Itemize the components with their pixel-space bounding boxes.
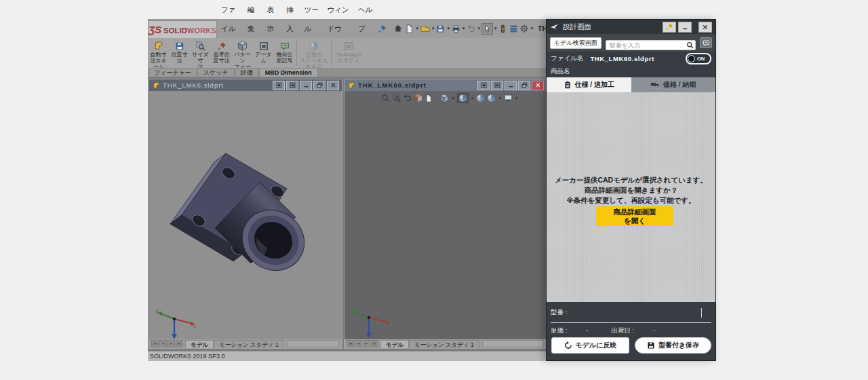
doc1-restore-icon[interactable] [313,81,326,90]
open-icon[interactable] [420,23,431,34]
ship-date-label: 出荷日 : [611,326,634,335]
view-settings-icon[interactable] [504,94,513,102]
geometric-tolerance-button[interactable]: 幾何公 差記号 [274,39,295,64]
nav-prev-icon[interactable]: ◂ [355,340,362,347]
annotation-view-icon[interactable] [425,94,433,102]
nav-first-icon[interactable]: |◂ [151,340,159,347]
doc1-frame-icon[interactable] [273,81,285,90]
part-number-input[interactable] [606,40,696,50]
open-dropdown-icon[interactable]: ▾ [432,26,435,31]
scene-dropdown-icon[interactable]: ▾ [498,96,501,101]
reflect-to-model-button[interactable]: モデルに反映 [551,337,629,354]
save-icon[interactable] [435,24,446,34]
comment-bubble-button[interactable] [700,37,712,48]
task-list-icon[interactable] [509,24,519,34]
doc1-viewport[interactable]: x y [149,91,342,339]
doc2-frame2-icon[interactable] [491,81,503,90]
display-style-icon[interactable] [457,93,469,103]
tab-mbd-dimension[interactable]: MBD Dimension [259,68,318,77]
display-style-dropdown-icon[interactable]: ▾ [471,96,474,101]
select-pointer-icon[interactable] [481,23,493,35]
size-dimension-button[interactable]: サイズ寸 法 [190,39,211,71]
select-dropdown-icon[interactable]: ▾ [494,26,497,31]
doc1-frame2-icon[interactable] [286,81,298,90]
rebuild-traffic-light-icon[interactable] [498,24,508,34]
panel-bottom-section: 型番 : 単価 : - 出荷日 : - モデルに反映 型番付き保存 [547,302,715,360]
doc2-frame-icon[interactable] [477,81,490,90]
view-settings-dropdown-icon[interactable]: ▾ [515,96,518,101]
cad-model-flanged-bushing[interactable] [172,151,307,276]
doc1-title-bar[interactable]: THK_LMK6.sldprt [149,79,342,91]
doc2-motion-study-tab[interactable]: モーション スタディ 1 [409,340,479,348]
nav-first-icon[interactable]: |◂ [347,340,354,347]
model-search-screen-button[interactable]: モデル検索画面 [550,37,601,49]
nav-prev-icon[interactable]: ◂ [159,340,167,347]
doc2-close-icon[interactable] [532,81,544,90]
new-dropdown-icon[interactable]: ▾ [416,26,418,31]
part-icon [347,81,355,90]
datum-icon [259,40,269,52]
options-dropdown-icon[interactable]: ▾ [530,26,533,31]
open-product-detail-button[interactable]: 商品詳細画面 を開く [596,206,673,226]
model-number-field[interactable]: 型番 : [551,306,711,323]
previous-view-icon[interactable] [403,94,412,102]
panel-title-bar[interactable]: 設計画面 [547,20,715,34]
save-button-label: 型番付き保存 [658,341,699,350]
pattern-feature-icon [237,40,248,52]
print-icon[interactable] [451,24,461,34]
tab-price-delivery[interactable]: 価格 / 納期 [631,77,716,92]
nav-last-icon[interactable]: ▸| [176,340,183,347]
doc2-minimize-icon[interactable] [505,81,517,90]
nav-next-icon[interactable]: ▸ [167,340,175,347]
zoom-area-icon[interactable] [392,94,401,102]
nav-last-icon[interactable]: ▸| [371,340,378,347]
reflect-button-label: モデルに反映 [576,341,617,350]
zoom-fit-icon[interactable] [381,94,390,102]
undo-dropdown-icon[interactable]: ▾ [477,26,480,31]
panel-minimize-button[interactable] [678,22,692,33]
location-dimension-button[interactable]: 位置寸 法 [169,39,190,64]
model-number-label: 型番 : [551,308,567,317]
doc1-motion-study-tab[interactable]: モーション スタディ 1 [214,340,284,348]
options-gear-icon[interactable] [519,24,529,33]
tab-features[interactable]: フィーチャー [148,68,197,77]
doc1-minimize-icon[interactable] [300,81,312,90]
panel-search-row: モデル検索画面 [547,34,715,52]
tab-evaluate[interactable]: 評価 [235,68,259,77]
home-icon[interactable] [393,23,403,34]
print-dropdown-icon[interactable]: ▾ [462,26,465,31]
doc1-close-icon[interactable] [327,81,339,90]
heads-up-view-toolbar: · ▾ ▾ ▾ ▾ [381,93,518,103]
datum-button[interactable]: データム [253,39,274,64]
auto-dimension-scheme-button[interactable]: 自動寸 法スキーム [148,39,169,71]
view-orientation-dropdown-icon[interactable]: ▾ [452,96,454,101]
ribbon-separator [331,40,332,66]
doc2-viewport[interactable]: · ▾ ▾ ▾ ▾ x y [344,91,547,339]
menu-pin-icon[interactable] [377,24,387,34]
doc2-model-tab[interactable]: モデル [380,340,409,348]
panel-pin-button[interactable] [663,22,676,33]
appearance-icon[interactable] [476,94,485,102]
save-with-part-number-button[interactable]: 型番付き保存 [635,337,711,354]
section-view-icon[interactable] [414,94,422,102]
panel-app-icon [550,22,559,31]
doc2-restore-icon[interactable] [518,81,530,90]
tab-spec-machining[interactable]: 仕様 / 追加工 [547,77,631,92]
doc2-title-bar[interactable]: THK_LMK60.sldprt [344,79,547,91]
save-dropdown-icon[interactable]: ▾ [447,26,450,31]
tab-sketch[interactable]: スケッチ [197,68,235,77]
panel-close-button[interactable] [698,22,712,33]
doc2-tab-nav[interactable]: |◂◂▸▸| [347,340,378,347]
undo-icon[interactable] [466,24,476,34]
truck-icon [650,80,660,90]
command-manager-ribbon: 自動寸 法スキーム 位置寸 法 サイズ寸 法 基準位 置寸法 パターン フィーチ… [148,38,547,69]
doc1-tab-nav[interactable]: |◂◂▸▸| [151,340,183,347]
search-icon[interactable] [686,39,694,52]
link-toggle[interactable]: ON [686,53,711,64]
nav-next-icon[interactable]: ▸ [363,340,370,347]
datum-location-dimension-button[interactable]: 基準位 置寸法 [211,39,232,64]
doc1-model-tab[interactable]: モデル [185,340,214,348]
new-document-icon[interactable] [404,24,414,34]
scene-icon[interactable] [487,94,496,102]
view-orientation-icon[interactable] [439,94,449,103]
